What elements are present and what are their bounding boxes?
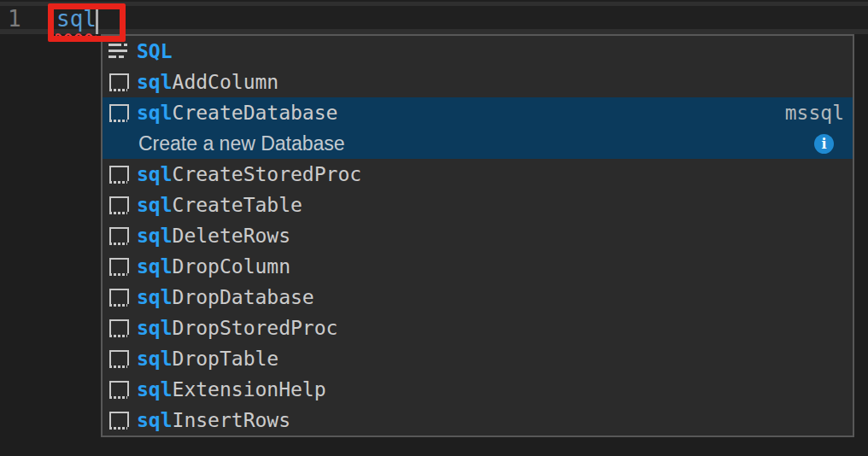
suggestion-label: sqlCreateStoredProc <box>137 163 361 185</box>
suggestion-item-sql-extension-help[interactable]: sqlExtensionHelp <box>103 374 853 405</box>
suggestion-label: sqlDropStoredProc <box>137 317 337 339</box>
snippet-icon <box>108 410 128 430</box>
suggestion-label: sqlDropTable <box>137 348 279 370</box>
suggestion-detail-row: Create a new Database <box>103 128 853 159</box>
suggestion-item-sql[interactable]: SQL <box>103 36 853 67</box>
suggestion-detail-text: Create a new Database <box>138 132 345 155</box>
suggestion-label: sqlExtensionHelp <box>137 378 326 400</box>
snippet-icon <box>108 318 128 338</box>
suggestion-item-sql-drop-column[interactable]: sqlDropColumn <box>103 251 853 282</box>
suggestion-label: sqlInsertRows <box>137 409 290 431</box>
snippet-icon <box>108 256 128 277</box>
snippet-icon <box>108 348 128 369</box>
suggestion-label: sqlCreateDatabase <box>137 102 337 124</box>
snippet-icon <box>108 164 128 184</box>
code-editor: 1 sql SQL sqlAddColumn sqlCreateDatabase… <box>0 0 868 456</box>
current-line-highlight-border <box>0 2 868 6</box>
annotation-highlight-box <box>48 3 126 42</box>
suggestion-item-sql-insert-rows[interactable]: sqlInsertRows <box>103 405 853 436</box>
snippet-icon <box>108 195 128 215</box>
suggestion-item-sql-drop-database[interactable]: sqlDropDatabase <box>103 282 853 313</box>
suggestion-label: sqlDropColumn <box>137 255 290 278</box>
snippet-icon <box>108 72 128 92</box>
line-number: 1 <box>8 6 21 32</box>
suggestion-item-sql-create-database[interactable]: sqlCreateDatabase mssql <box>103 97 853 128</box>
info-icon[interactable] <box>814 134 834 154</box>
suggestion-label: sqlAddColumn <box>137 71 279 93</box>
editor-line-area[interactable]: 1 sql <box>0 0 868 34</box>
suggestion-item-sql-drop-stored-proc[interactable]: sqlDropStoredProc <box>103 313 853 343</box>
suggestion-item-sql-add-column[interactable]: sqlAddColumn <box>103 67 853 97</box>
autocomplete-popup: SQL sqlAddColumn sqlCreateDatabase mssql… <box>101 34 854 437</box>
suggestion-qualifier: mssql <box>785 102 853 124</box>
text-lines-icon <box>108 41 128 61</box>
suggestion-item-sql-drop-table[interactable]: sqlDropTable <box>103 343 853 374</box>
suggestion-item-sql-create-stored-proc[interactable]: sqlCreateStoredProc <box>103 159 853 190</box>
suggestion-label: sqlDropDatabase <box>137 286 314 308</box>
suggestion-label: SQL <box>137 40 173 62</box>
selected-suggestion-block: sqlCreateDatabase mssql Create a new Dat… <box>103 97 853 159</box>
suggestion-item-sql-delete-rows[interactable]: sqlDeleteRows <box>103 220 853 251</box>
snippet-icon <box>108 287 128 307</box>
snippet-icon <box>108 225 128 246</box>
snippet-icon <box>108 102 128 123</box>
suggestion-label: sqlCreateTable <box>137 194 302 216</box>
snippet-icon <box>108 379 128 400</box>
suggestion-label: sqlDeleteRows <box>137 225 290 247</box>
suggestion-item-sql-create-table[interactable]: sqlCreateTable <box>103 190 853 220</box>
